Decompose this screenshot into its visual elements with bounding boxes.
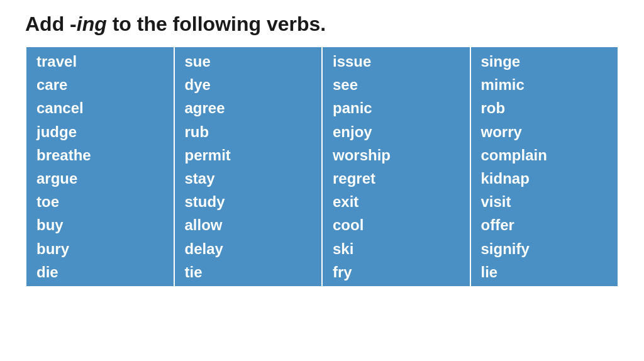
list-item: lie (481, 260, 608, 284)
verb-column-2: sue dye agree rub permit stay study allo… (174, 47, 323, 287)
verb-table-row: travel care cancel judge breathe argue t… (26, 47, 618, 287)
page-container: Add -ing to the following verbs. travel … (0, 0, 644, 361)
list-item: stay (185, 167, 312, 190)
list-item: bury (36, 237, 164, 260)
list-item: visit (481, 190, 608, 213)
verb-list-4: singe mimic rob worry complain kidnap vi… (481, 50, 608, 284)
list-item: exit (333, 190, 460, 213)
list-item: sue (185, 50, 312, 73)
list-item: enjoy (333, 120, 460, 143)
list-item: agree (185, 96, 312, 119)
list-item: rob (481, 96, 608, 119)
list-item: ski (333, 237, 460, 260)
list-item: issue (333, 50, 460, 73)
list-item: die (36, 260, 164, 284)
list-item: tie (185, 260, 312, 284)
list-item: toe (36, 190, 164, 213)
verb-column-4: singe mimic rob worry complain kidnap vi… (470, 47, 619, 287)
verb-column-3: issue see panic enjoy worship regret exi… (322, 47, 470, 287)
verb-list-3: issue see panic enjoy worship regret exi… (333, 50, 460, 284)
list-item: judge (36, 120, 164, 143)
list-item: argue (36, 167, 164, 190)
list-item: dye (185, 73, 312, 96)
verb-table: travel care cancel judge breathe argue t… (25, 46, 619, 287)
list-item: singe (481, 50, 608, 73)
list-item: see (333, 73, 460, 96)
list-item: rub (185, 120, 312, 143)
list-item: buy (36, 213, 164, 236)
list-item: study (185, 190, 312, 213)
list-item: permit (185, 143, 312, 167)
list-item: allow (185, 213, 312, 236)
list-item: offer (481, 213, 608, 236)
verb-list-2: sue dye agree rub permit stay study allo… (185, 50, 312, 284)
list-item: regret (333, 167, 460, 190)
list-item: breathe (36, 143, 164, 167)
list-item: panic (333, 96, 460, 119)
page-title: Add -ing to the following verbs. (25, 13, 619, 36)
list-item: cool (333, 213, 460, 236)
list-item: fry (333, 260, 460, 284)
verb-list-1: travel care cancel judge breathe argue t… (36, 50, 164, 284)
list-item: worship (333, 143, 460, 167)
list-item: cancel (36, 96, 164, 119)
list-item: travel (36, 50, 164, 73)
list-item: care (36, 73, 164, 96)
list-item: signify (481, 237, 608, 260)
list-item: kidnap (481, 167, 608, 190)
list-item: worry (481, 120, 608, 143)
list-item: mimic (481, 73, 608, 96)
verb-column-1: travel care cancel judge breathe argue t… (26, 47, 174, 287)
list-item: complain (481, 143, 608, 167)
list-item: delay (185, 237, 312, 260)
